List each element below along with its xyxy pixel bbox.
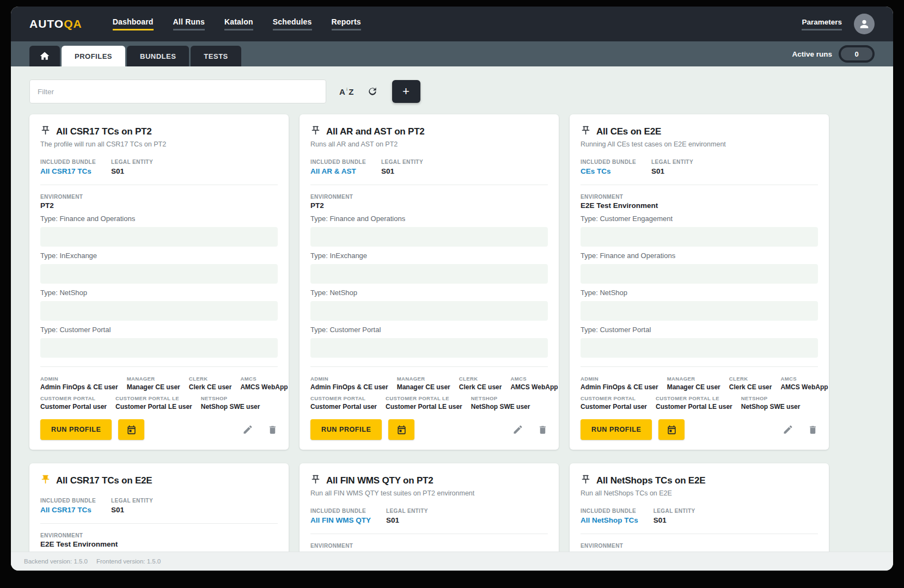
active-runs-label: Active runs [792,50,832,58]
role-item: CUSTOMER PORTAL LECustomer Portal LE use… [656,395,732,411]
tab-tests[interactable]: TESTS [191,46,241,66]
calendar-icon [396,425,407,435]
profile-description: Running All CEs test cases on E2E enviro… [581,140,818,148]
schedule-button[interactable] [388,419,414,440]
pin-toggle[interactable] [581,125,591,138]
trash-icon [537,425,548,435]
profile-description: Run all FIN WMS QTY test suites on PT2 e… [310,489,548,497]
type-label: Type: InExchange [310,252,548,260]
pin-toggle[interactable] [581,474,591,487]
run-profile-button[interactable]: RUN PROFILE [581,419,652,440]
bundle-link[interactable]: All FIN WMS QTY [310,516,371,524]
type-value-box[interactable] [581,227,818,247]
type-group: Type: Finance and Operations [581,252,818,284]
user-avatar[interactable] [854,14,875,34]
role-item: CLERKClerk CE user [459,376,502,391]
bundle-link[interactable]: All AR & AST [310,167,356,175]
environment-value: PT2 [310,201,548,210]
role-label: MANAGER [127,376,180,382]
type-group: Type: NetShop [310,289,548,321]
role-label: MANAGER [667,376,720,382]
type-list: Type: Customer EngagementType: Finance a… [581,215,818,358]
type-label: Type: Customer Portal [581,326,818,334]
sort-letter-z: Z [349,87,353,96]
delete-button[interactable] [808,425,818,435]
refresh-icon[interactable] [367,86,378,97]
tab-bundles[interactable]: BUNDLES [127,46,189,66]
delete-button[interactable] [537,425,548,435]
role-value: Customer Portal user [581,403,647,411]
role-label: CUSTOMER PORTAL LE [386,395,462,401]
edit-button[interactable] [242,424,253,435]
edit-button[interactable] [512,424,523,435]
add-profile-button[interactable]: + [392,80,420,103]
tab-home[interactable] [29,46,60,66]
parameters-link[interactable]: Parameters [802,18,842,30]
type-group: Type: Customer Portal [40,326,278,358]
pin-toggle[interactable] [40,125,51,138]
run-profile-button[interactable]: RUN PROFILE [40,419,112,440]
tab-profiles[interactable]: PROFILES [62,46,125,66]
type-value-box[interactable] [310,227,548,247]
type-value-box[interactable] [310,301,548,321]
type-value-box[interactable] [40,264,278,284]
nav-item-all-runs[interactable]: All Runs [173,17,205,30]
included-bundle-label: INCLUDED BUNDLE [581,159,636,165]
role-value: Clerk CE user [459,383,502,391]
person-icon [858,18,870,30]
sort-alpha-icon[interactable]: A↓Z [339,87,354,96]
schedule-button[interactable] [118,419,144,440]
role-label: NETSHOP [471,395,530,401]
type-value-box[interactable] [40,227,278,247]
edit-pencil-icon [242,424,253,435]
role-item: ADMINAdmin FinOps & CE user [581,376,658,391]
type-value-box[interactable] [581,264,818,284]
role-value: Admin FinOps & CE user [581,383,658,391]
bundle-link[interactable]: All CSR17 TCs [40,167,91,175]
pin-toggle-pinned[interactable] [40,474,51,487]
edit-button[interactable] [783,424,793,435]
pin-toggle[interactable] [310,125,321,138]
app-window: AUTOQA DashboardAll RunsKatalonSchedules… [11,7,893,571]
bundle-link[interactable]: All CSR17 TCs [40,506,91,514]
type-value-box[interactable] [40,301,278,321]
profile-card: All CSR17 TCs on PT2The profile will run… [29,114,289,450]
legal-entity-value: S01 [111,506,153,514]
nav-item-reports[interactable]: Reports [332,17,361,30]
role-label: ADMIN [581,376,658,382]
profile-title: All AR and AST on PT2 [326,126,425,137]
environment-label: ENVIRONMENT [40,194,278,200]
nav-item-katalon[interactable]: Katalon [224,17,253,30]
home-icon [39,51,50,62]
frontend-version: Frontend version: 1.5.0 [96,558,161,565]
top-header: AUTOQA DashboardAll RunsKatalonSchedules… [11,7,893,41]
bundle-link[interactable]: All NetShop TCs [581,516,638,524]
pin-toggle[interactable] [310,474,321,487]
profile-description: The profile will run all CSR17 TCs on PT… [40,140,278,148]
type-group: Type: Customer Engagement [581,215,818,247]
type-value-box[interactable] [581,301,818,321]
role-label: AMCS [510,376,559,382]
type-value-box[interactable] [310,264,548,284]
type-value-box[interactable] [40,338,278,358]
nav-item-dashboard[interactable]: Dashboard [113,17,154,30]
profile-card: All FIN WMS QTY on PT2Run all FIN WMS QT… [300,463,559,552]
role-label: NETSHOP [741,395,801,401]
app-logo: AUTOQA [29,17,82,30]
nav-item-schedules[interactable]: Schedules [273,17,312,30]
run-profile-button[interactable]: RUN PROFILE [310,419,382,440]
type-value-box[interactable] [581,338,818,358]
role-label: AMCS [780,376,829,382]
type-value-box[interactable] [310,338,548,358]
filter-input[interactable] [29,79,326,103]
role-item: NETSHOPNetShop SWE user [201,395,260,411]
sort-arrow: ↓ [346,86,349,91]
bundle-link[interactable]: CEs TCs [581,167,611,175]
role-label: CUSTOMER PORTAL LE [656,395,732,401]
delete-button[interactable] [267,425,278,435]
schedule-button[interactable] [658,419,685,440]
legal-entity-value: S01 [651,167,693,175]
trash-icon [267,425,278,435]
environment-value: E2E Test Environment [40,540,278,548]
role-value: NetShop SWE user [201,403,260,411]
